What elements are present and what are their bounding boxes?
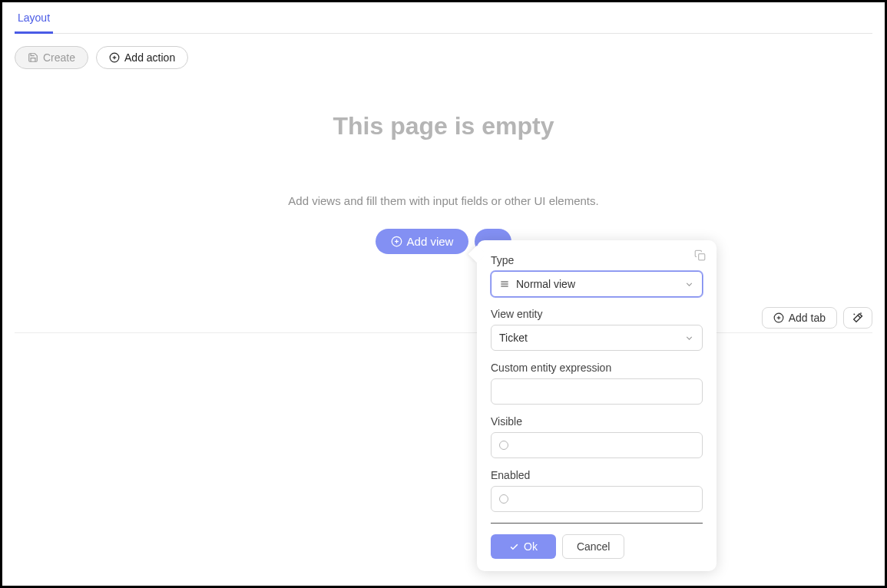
empty-state: This page is empty Add views and fill th… [15,112,872,254]
custom-expression-input[interactable] [491,378,703,405]
visible-label: Visible [491,415,703,428]
ok-button[interactable]: Ok [491,534,556,559]
plus-circle-icon [773,312,784,323]
cancel-button-label: Cancel [577,540,611,553]
enabled-label: Enabled [491,469,703,481]
empty-title: This page is empty [15,112,872,140]
create-button-label: Create [43,51,75,64]
bottom-bar: Add tab [15,306,872,333]
type-select-value: Normal view [516,278,575,290]
popover-actions: Ok Cancel [491,534,703,559]
type-label: Type [491,254,703,266]
magic-wand-button[interactable] [843,307,872,329]
list-icon [499,279,510,289]
add-tab-button-label: Add tab [789,312,826,324]
popover-divider [491,523,703,524]
tab-layout[interactable]: Layout [15,5,53,34]
toolbar: Create Add action [15,46,872,69]
type-select[interactable]: Normal view [491,271,703,297]
add-action-button[interactable]: Add action [96,46,188,69]
wand-icon [852,312,864,324]
add-view-button[interactable]: Add view [376,229,469,254]
radio-icon [499,494,508,504]
chevron-down-icon [684,279,694,289]
radio-icon [499,441,508,450]
view-entity-label: View entity [491,308,703,320]
copy-icon[interactable] [694,249,706,261]
save-icon [28,52,38,63]
tab-bar: Layout [15,2,872,34]
add-view-button-label: Add view [407,235,454,248]
app-frame: Layout Create Add action This page i [0,0,887,588]
empty-subtitle: Add views and fill them with input field… [15,194,872,207]
enabled-field[interactable] [491,486,703,512]
svg-line-10 [854,313,855,314]
empty-actions: Add view [15,229,872,254]
ok-button-label: Ok [524,540,538,553]
visible-field[interactable] [491,432,703,458]
cancel-button[interactable]: Cancel [562,534,625,559]
view-entity-select-value: Ticket [499,332,528,344]
plus-circle-icon [391,236,402,247]
view-entity-select[interactable]: Ticket [491,325,703,351]
check-icon [509,542,519,552]
plus-circle-icon [109,52,120,63]
svg-rect-13 [699,254,705,260]
chevron-down-icon [684,333,694,343]
custom-expression-label: Custom entity expression [491,362,703,374]
create-button: Create [15,46,88,69]
add-tab-button[interactable]: Add tab [762,307,837,329]
add-view-popover: Type Normal view View entity Ticket [477,240,717,571]
add-action-button-label: Add action [124,51,175,64]
